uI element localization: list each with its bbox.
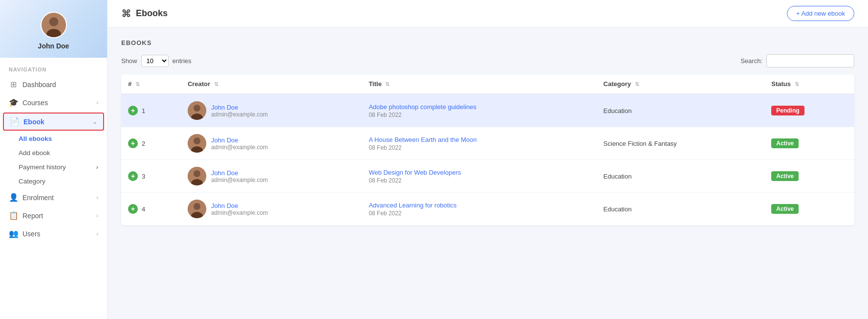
cell-category: Education [597, 193, 765, 226]
sidebar-item-label: Courses [22, 99, 48, 107]
status-badge: Active [771, 171, 799, 181]
sidebar-item-add-ebook[interactable]: Add ebook [19, 146, 107, 160]
ebook-icon: 📄 [10, 117, 19, 126]
cell-status: Active [764, 193, 854, 226]
row-number: 4 [142, 205, 145, 213]
topbar: ⌘ Ebooks + Add new ebook [108, 0, 868, 27]
sidebar: John Doe NAVIGATION ⊞ Dashboard 🎓 Course… [0, 0, 108, 319]
status-badge: Active [771, 204, 799, 214]
report-icon: 📋 [9, 211, 18, 220]
sidebar-item-report[interactable]: 📋 Report › [0, 206, 107, 225]
col-num[interactable]: # ⇅ [121, 74, 181, 94]
col-category[interactable]: Category ⇅ [597, 74, 765, 94]
sidebar-item-dashboard[interactable]: ⊞ Dashboard [0, 75, 107, 93]
table-header-row: # ⇅ Creator ⇅ Title ⇅ Category ⇅ Status … [121, 74, 854, 94]
cell-status: Active [764, 160, 854, 193]
sidebar-item-users[interactable]: 👥 Users › [0, 225, 107, 243]
sidebar-item-ebook[interactable]: 📄 Ebook ⌄ [3, 113, 104, 131]
creator-avatar [188, 134, 206, 153]
cell-num: + 4 [121, 193, 181, 226]
entries-label: entries [173, 57, 192, 65]
ebook-date: 08 Feb 2022 [369, 112, 589, 118]
svg-point-10 [194, 170, 200, 177]
ebook-title[interactable]: Adobe photoshop complete guidelines [369, 103, 589, 111]
main-content: ⌘ Ebooks + Add new ebook EBOOKS Show 10 … [108, 0, 868, 319]
col-title[interactable]: Title ⇅ [362, 74, 596, 94]
ebook-date: 08 Feb 2022 [369, 210, 589, 217]
cell-title: Advanced Learning for robotics 08 Feb 20… [362, 193, 596, 226]
add-new-ebook-button[interactable]: + Add new ebook [787, 6, 854, 21]
table-row[interactable]: + 4 John Doe admin@example.com Advanced … [121, 193, 854, 226]
expand-icon[interactable]: + [128, 138, 138, 148]
ebook-table: # ⇅ Creator ⇅ Title ⇅ Category ⇅ Status … [121, 74, 854, 226]
ebook-title[interactable]: Advanced Learning for robotics [369, 202, 589, 209]
col-creator[interactable]: Creator ⇅ [181, 74, 362, 94]
creator-info: John Doe admin@example.com [211, 169, 268, 183]
cell-status: Active [764, 127, 854, 160]
cell-creator: John Doe admin@example.com [181, 193, 362, 226]
search-area: Search: [740, 54, 854, 68]
cell-title: Adobe photoshop complete guidelines 08 F… [362, 94, 596, 127]
search-label: Search: [740, 57, 762, 65]
ebook-title[interactable]: Web Design for Web Developers [369, 169, 589, 176]
ebook-title[interactable]: A House Between Earth and the Moon [369, 136, 589, 143]
chevron-down-icon: ⌄ [92, 118, 97, 125]
user-name: John Doe [38, 42, 69, 50]
creator-name: John Doe [211, 169, 268, 177]
creator-name: John Doe [211, 137, 268, 144]
col-status[interactable]: Status ⇅ [764, 74, 854, 94]
search-input[interactable] [766, 54, 854, 68]
cell-title: Web Design for Web Developers 08 Feb 202… [362, 160, 596, 193]
cell-creator: John Doe admin@example.com [181, 160, 362, 193]
sidebar-item-enrolment[interactable]: 👤 Enrolment › [0, 188, 107, 206]
sidebar-header: John Doe [0, 0, 107, 58]
chevron-right-icon: › [96, 99, 98, 106]
section-title: EBOOKS [121, 39, 854, 46]
chevron-right-icon: › [96, 230, 98, 237]
creator-name: John Doe [211, 104, 268, 111]
sidebar-item-payment-history[interactable]: Payment history › [19, 160, 107, 174]
nav-section-label: NAVIGATION [0, 58, 107, 75]
sidebar-item-category[interactable]: Category [19, 174, 107, 188]
users-icon: 👥 [9, 229, 18, 238]
sidebar-item-courses[interactable]: 🎓 Courses › [0, 93, 107, 112]
creator-email: admin@example.com [211, 111, 268, 118]
cell-title: A House Between Earth and the Moon 08 Fe… [362, 127, 596, 160]
cell-num: + 1 [121, 94, 181, 127]
show-label: Show [121, 57, 137, 65]
show-entries-control: Show 10 25 50 100 entries [121, 55, 192, 67]
row-number: 3 [142, 173, 145, 180]
table-row[interactable]: + 3 John Doe admin@example.com Web Desig… [121, 160, 854, 193]
topbar-title-text: Ebooks [136, 8, 168, 19]
svg-point-1 [49, 17, 58, 26]
creator-avatar [188, 167, 206, 185]
creator-avatar [188, 101, 206, 120]
creator-email: admin@example.com [211, 144, 268, 151]
cell-category: Science Fiction & Fantasy [597, 127, 765, 160]
ebook-submenu: All ebooks Add ebook Payment history › C… [0, 132, 107, 188]
expand-icon[interactable]: + [128, 171, 138, 181]
entries-select[interactable]: 10 25 50 100 [141, 55, 169, 67]
creator-name: John Doe [211, 202, 268, 209]
row-number: 1 [142, 107, 145, 114]
ebook-date: 08 Feb 2022 [369, 177, 589, 184]
cell-num: + 3 [121, 160, 181, 193]
table-row[interactable]: + 1 John Doe admin@example.com Adobe pho… [121, 94, 854, 127]
chevron-right-icon: › [96, 163, 99, 171]
cell-category: Education [597, 160, 765, 193]
ebook-date: 08 Feb 2022 [369, 144, 589, 151]
status-badge: Pending [771, 106, 804, 115]
creator-email: admin@example.com [211, 177, 268, 183]
cell-category: Education [597, 94, 765, 127]
sidebar-item-label: Ebook [23, 118, 44, 126]
creator-info: John Doe admin@example.com [211, 137, 268, 151]
cell-creator: John Doe admin@example.com [181, 94, 362, 127]
table-row[interactable]: + 2 John Doe admin@example.com A House B… [121, 127, 854, 160]
sidebar-item-label: Report [22, 212, 43, 220]
cell-num: + 2 [121, 127, 181, 160]
sidebar-item-all-ebooks[interactable]: All ebooks [19, 132, 107, 146]
content-area: EBOOKS Show 10 25 50 100 entries Search: [108, 27, 868, 319]
expand-icon[interactable]: + [128, 204, 138, 214]
table-controls: Show 10 25 50 100 entries Search: [121, 54, 854, 68]
expand-icon[interactable]: + [128, 106, 138, 115]
